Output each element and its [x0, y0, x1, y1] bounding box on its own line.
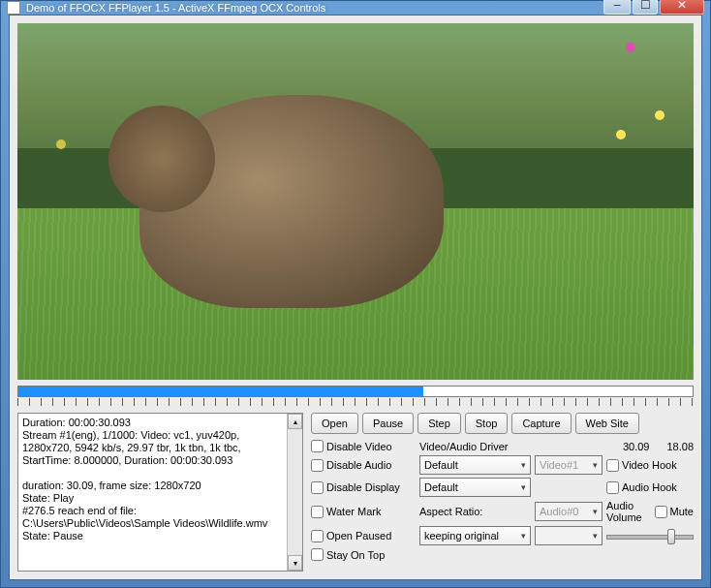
scroll-down-icon[interactable]: ▾ [288, 555, 302, 571]
disable-audio-checkbox[interactable]: Disable Audio [311, 459, 416, 472]
close-button[interactable]: ✕ [660, 0, 704, 15]
log-text: Duration: 00:00:30.093 Stream #1(eng), 1… [22, 417, 267, 542]
website-button[interactable]: Web Site [575, 413, 639, 434]
seek-bar[interactable] [17, 386, 694, 407]
open-paused-checkbox[interactable]: Open Paused [311, 530, 416, 542]
window-title: Demo of FFOCX FFPlayer 1.5 - ActiveX FFm… [26, 2, 603, 14]
extra-select[interactable] [535, 526, 603, 545]
audio-driver-select[interactable]: Default [419, 478, 531, 497]
volume-label: Audio Volume [606, 500, 651, 523]
video-display[interactable] [17, 23, 694, 380]
step-button[interactable]: Step [417, 413, 461, 434]
capture-button[interactable]: Capture [511, 413, 571, 434]
audio-hook-checkbox[interactable]: Audio Hook [606, 481, 694, 494]
mute-checkbox[interactable]: Mute [655, 506, 694, 518]
pause-button[interactable]: Pause [362, 413, 414, 434]
disable-video-checkbox[interactable]: Disable Video [311, 440, 416, 452]
log-output[interactable]: Duration: 00:00:30.093 Stream #1(eng), 1… [17, 413, 303, 572]
volume-slider[interactable] [606, 527, 694, 544]
maximize-button[interactable]: ☐ [633, 0, 658, 15]
disable-display-checkbox[interactable]: Disable Display [311, 481, 416, 494]
driver-label: Video/Audio Driver [419, 441, 531, 452]
app-window: Demo of FFOCX FFPlayer 1.5 - ActiveX FFm… [0, 0, 711, 588]
aspect-select[interactable]: keeping original [419, 526, 531, 545]
client-area: Duration: 00:00:30.093 Stream #1(eng), 1… [9, 15, 702, 580]
controls-panel: Open Pause Step Stop Capture Web Site Di… [311, 413, 694, 572]
open-button[interactable]: Open [311, 413, 358, 434]
stay-on-top-checkbox[interactable]: Stay On Top [311, 548, 416, 561]
video-hook-checkbox[interactable]: Video Hook [606, 459, 694, 472]
log-scrollbar[interactable]: ▴ ▾ [287, 414, 302, 571]
total-time: 30.09 [623, 441, 650, 452]
titlebar[interactable]: Demo of FFOCX FFPlayer 1.5 - ActiveX FFm… [1, 1, 710, 15]
current-time: 18.08 [666, 441, 694, 452]
aspect-label: Aspect Ratio: [419, 506, 531, 517]
scroll-up-icon[interactable]: ▴ [288, 414, 302, 429]
stop-button[interactable]: Stop [465, 413, 509, 434]
audio-stream-select[interactable]: Audio#0 [535, 502, 603, 521]
water-mark-checkbox[interactable]: Water Mark [311, 506, 416, 518]
minimize-button[interactable]: – [603, 0, 631, 15]
app-icon [7, 1, 20, 15]
video-driver-select[interactable]: Default [419, 455, 531, 475]
video-stream-select[interactable]: Video#1 [535, 455, 603, 475]
